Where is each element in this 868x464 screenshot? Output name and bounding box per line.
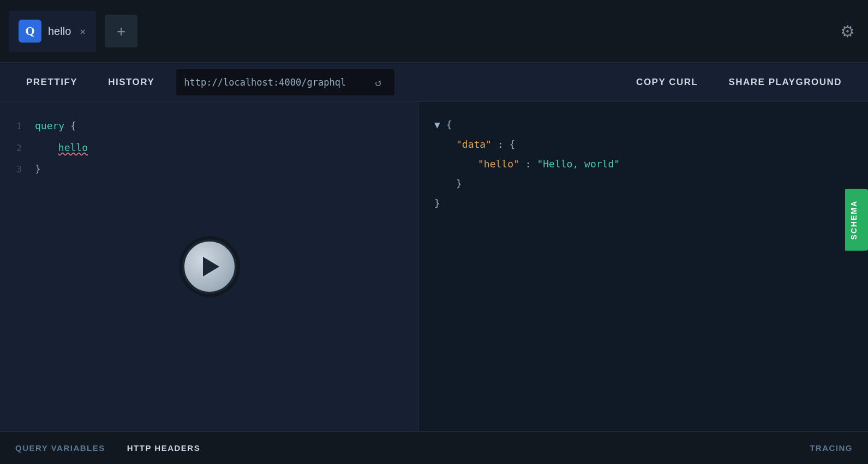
result-line-1: ▼ { <box>434 115 853 135</box>
refresh-icon[interactable]: ↺ <box>375 76 381 89</box>
tab-bar: Q hello × + ⚙ <box>0 0 868 63</box>
tab-logo: Q <box>19 20 41 43</box>
colon-1: : <box>498 138 510 150</box>
tab-label: hello <box>48 25 71 38</box>
schema-tab[interactable]: SCHEMA <box>845 189 868 251</box>
code-line-3: 3 } <box>11 158 408 180</box>
code-content-1: query { <box>35 115 76 137</box>
brace-close: } <box>35 158 41 180</box>
line-number-3: 3 <box>11 160 22 179</box>
play-button[interactable] <box>182 239 237 294</box>
data-key: "data" <box>456 138 492 150</box>
hello-key: "hello" <box>478 158 519 170</box>
bottom-bar: QUERY VARIABLES HTTP HEADERS TRACING <box>0 431 868 464</box>
copy-curl-button[interactable]: COPY CURL <box>621 63 713 102</box>
line-number-1: 1 <box>11 117 22 136</box>
result-code: ▼ { "data" : { "hello" : "Hello, world" … <box>434 115 853 213</box>
keyword-query: query <box>35 120 64 131</box>
data-brace-open: { <box>510 138 516 150</box>
outer-brace-close: } <box>434 197 440 209</box>
settings-button[interactable]: ⚙ <box>840 22 855 41</box>
code-line-1: 1 query { <box>11 115 408 137</box>
tab-close-icon[interactable]: × <box>80 26 86 37</box>
code-editor: 1 query { 2 hello 3 } <box>0 115 418 180</box>
code-content-2: hello <box>35 137 88 159</box>
result-line-2: "data" : { <box>434 135 853 154</box>
tab-add-button[interactable]: + <box>105 15 137 47</box>
tracing-tab[interactable]: TRACING <box>810 443 853 453</box>
tab-hello[interactable]: Q hello × <box>9 11 96 52</box>
http-headers-tab[interactable]: HTTP HEADERS <box>127 443 200 453</box>
collapse-arrow[interactable]: ▼ <box>434 119 440 130</box>
brace-open: { <box>70 120 76 131</box>
data-brace-close: } <box>456 178 462 189</box>
keyword-hello: hello <box>58 142 88 153</box>
url-container: ↺ <box>176 69 394 95</box>
play-button-container <box>182 239 237 294</box>
editor-panel: 1 query { 2 hello 3 } <box>0 102 418 431</box>
result-line-4: } <box>434 174 853 194</box>
result-line-3: "hello" : "Hello, world" <box>434 154 853 174</box>
code-line-2: 2 hello <box>11 137 408 159</box>
play-icon <box>203 257 219 276</box>
outer-brace-open: { <box>446 119 452 130</box>
prettify-button[interactable]: PRETTIFY <box>11 63 93 102</box>
query-variables-tab[interactable]: QUERY VARIABLES <box>15 443 105 453</box>
toolbar: PRETTIFY HISTORY ↺ COPY CURL SHARE PLAYG… <box>0 63 868 102</box>
history-button[interactable]: HISTORY <box>93 63 170 102</box>
result-panel: ▼ { "data" : { "hello" : "Hello, world" … <box>418 102 868 431</box>
share-playground-button[interactable]: SHARE PLAYGROUND <box>713 63 857 102</box>
hello-value: "Hello, world" <box>537 158 620 170</box>
colon-2: : <box>525 158 537 170</box>
line-number-2: 2 <box>11 138 22 158</box>
main-content: 1 query { 2 hello 3 } <box>0 102 868 431</box>
url-input[interactable] <box>184 77 369 88</box>
result-line-5: } <box>434 194 853 213</box>
